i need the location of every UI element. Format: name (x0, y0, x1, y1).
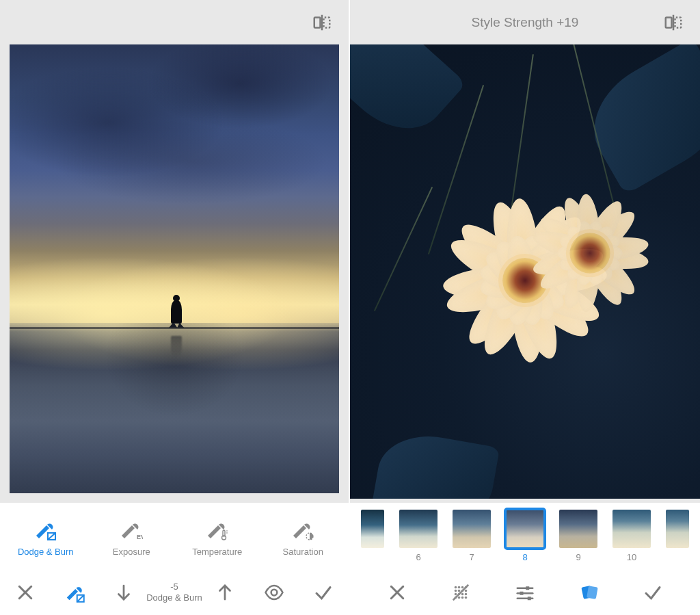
compare-icon[interactable] (663, 12, 684, 33)
svg-rect-18 (675, 17, 682, 27)
filter-num: 10 (627, 552, 636, 562)
filter-thumb (453, 510, 491, 548)
adjust-value: -5 (146, 581, 202, 592)
topbar-right: Style Strength +19 (350, 0, 700, 44)
filter-num (676, 552, 679, 562)
svg-point-23 (461, 586, 464, 589)
filter-8[interactable]: 8 (506, 510, 544, 562)
brush-exposure[interactable]: EV Exposure (89, 521, 175, 557)
svg-point-34 (458, 597, 461, 599)
filter-6[interactable]: 6 (399, 510, 438, 562)
topbar-left (0, 0, 349, 44)
svg-rect-41 (520, 592, 523, 595)
svg-rect-16 (666, 17, 672, 27)
style-strength-label: Style Strength +19 (472, 15, 579, 30)
svg-point-29 (455, 593, 457, 596)
svg-point-15 (271, 590, 278, 596)
screen-styles: Style Strength +19 6 7 (350, 0, 700, 615)
svg-point-25 (455, 590, 457, 592)
filter-num: 8 (522, 552, 527, 562)
filter-thumb (559, 510, 597, 548)
current-adjustment[interactable]: -5 Dodge & Burn (146, 581, 202, 603)
brush-saturation-icon (291, 521, 314, 541)
svg-point-21 (455, 586, 457, 589)
filter-next-partial[interactable] (666, 510, 689, 562)
filter-thumb (361, 510, 384, 548)
filter-thumb (399, 510, 438, 548)
brush-label: Dodge & Burn (18, 547, 74, 557)
compare-icon[interactable] (312, 12, 332, 33)
preview-button[interactable] (264, 582, 284, 603)
bottombar-left: -5 Dodge & Burn (0, 570, 349, 615)
svg-point-31 (461, 593, 464, 596)
brush-row: Dodge & Burn EV Exposure (0, 503, 349, 570)
svg-text:EV: EV (137, 534, 143, 540)
svg-rect-2 (324, 17, 330, 27)
photo-canvas-right[interactable] (350, 44, 700, 503)
filter-num (371, 552, 374, 562)
svg-point-32 (465, 593, 468, 596)
brush-label: Temperature (192, 547, 242, 557)
brush-exposure-icon: EV (120, 521, 143, 541)
sliders-icon[interactable] (515, 582, 535, 603)
svg-rect-39 (526, 586, 529, 590)
filter-num: 9 (576, 552, 580, 562)
styles-icon[interactable] (579, 582, 600, 603)
filter-7[interactable]: 7 (453, 510, 491, 562)
adjust-stepper: -5 Dodge & Burn (113, 581, 235, 603)
filter-num: 7 (469, 552, 474, 562)
bottombar-right (350, 570, 700, 615)
photo-canvas-left[interactable] (0, 44, 349, 503)
brush-dodgeburn-icon (34, 521, 57, 541)
shuffle-icon[interactable] (450, 582, 471, 603)
apply-button[interactable] (643, 582, 663, 603)
svg-rect-0 (314, 17, 321, 27)
filter-thumb (506, 510, 544, 548)
filter-num: 6 (416, 552, 420, 562)
svg-point-26 (458, 590, 461, 592)
brush-label: Saturation (283, 547, 323, 557)
filter-thumb (666, 510, 689, 548)
filter-9[interactable]: 9 (559, 510, 597, 562)
brush-temperature[interactable]: Temperature (174, 521, 260, 557)
svg-point-35 (461, 597, 464, 599)
filter-strip[interactable]: 6 7 8 9 10 (350, 503, 700, 570)
filter-prev-partial[interactable] (361, 510, 384, 562)
adjust-name: Dodge & Burn (146, 592, 202, 603)
cancel-button[interactable] (387, 582, 407, 603)
brush-dodge-burn[interactable]: Dodge & Burn (3, 521, 89, 557)
apply-button[interactable] (313, 582, 334, 603)
brush-saturation[interactable]: Saturation (260, 521, 347, 557)
decrease-button[interactable] (113, 582, 134, 603)
brush-label: Exposure (113, 547, 150, 557)
photo-flower (350, 44, 700, 499)
svg-point-22 (458, 586, 461, 589)
svg-point-36 (465, 597, 468, 599)
screen-selective-brush: Dodge & Burn EV Exposure (0, 0, 350, 615)
mask-tool-button[interactable] (64, 582, 85, 603)
svg-point-28 (465, 590, 468, 592)
filter-10[interactable]: 10 (612, 510, 651, 562)
brush-temperature-icon (206, 521, 229, 541)
photo-sunset (10, 44, 339, 493)
svg-rect-43 (528, 597, 531, 600)
cancel-button[interactable] (15, 582, 36, 603)
increase-button[interactable] (215, 582, 235, 603)
filter-thumb (612, 510, 651, 548)
